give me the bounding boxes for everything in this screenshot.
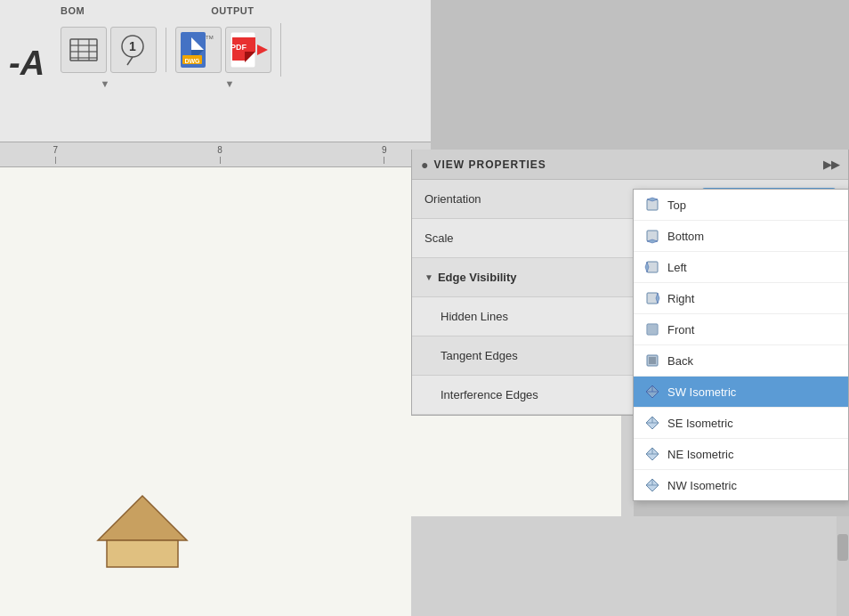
option-se-isometric[interactable]: SE Isometric [634, 408, 848, 439]
bom-balloon-icon: 1 [117, 33, 150, 67]
option-bottom-label: Bottom [667, 230, 704, 243]
bom-table-icon [68, 34, 100, 66]
option-sw-isometric[interactable]: SW Isometric [634, 377, 848, 408]
panel-scrollbar-thumb[interactable] [837, 534, 848, 561]
diamond-ne-icon [644, 446, 660, 462]
section-arrow-icon: ▼ [424, 272, 433, 282]
option-sw-isometric-label: SW Isometric [667, 385, 736, 399]
svg-line-8 [127, 57, 133, 65]
option-top[interactable]: Top [634, 190, 848, 221]
cube-right-icon [644, 290, 660, 306]
ruler-tick-8: 8 [174, 145, 267, 164]
svg-marker-19 [257, 45, 268, 55]
option-ne-isometric[interactable]: NE Isometric [634, 439, 848, 470]
option-se-isometric-label: SE Isometric [667, 417, 733, 430]
option-nw-isometric-label: NW Isometric [667, 479, 737, 492]
diamond-se-icon [644, 415, 660, 431]
bom-section-label: BOM [61, 5, 85, 16]
vp-header-left: ● VIEW PROPERTIES [421, 158, 546, 172]
dwg-icon: DWG TM [179, 30, 218, 69]
cube-back-icon [644, 353, 660, 369]
diamond-sw-icon [644, 384, 660, 400]
option-left-label: Left [667, 261, 687, 274]
view-properties-header: ● VIEW PROPERTIES ▶▶ [412, 150, 848, 180]
svg-text:PDF: PDF [230, 43, 247, 52]
view-properties-title: VIEW PROPERTIES [433, 158, 546, 171]
bom-table-button[interactable] [61, 27, 107, 73]
toolbar: -A BOM OUTPUT [0, 0, 431, 142]
cube-front-icon [644, 321, 660, 337]
bom-balloon-button[interactable]: 1 [110, 27, 157, 73]
option-ne-isometric-label: NE Isometric [667, 448, 733, 461]
svg-text:TM: TM [206, 35, 214, 40]
export-pdf-button[interactable]: PDF [225, 27, 271, 73]
svg-rect-35 [648, 325, 657, 334]
toolbar-text-a: -A [9, 45, 44, 83]
svg-rect-37 [649, 357, 656, 364]
forward-button[interactable]: ▶▶ [823, 158, 839, 171]
option-back[interactable]: Back [634, 345, 848, 377]
collapse-icon[interactable]: ● [421, 158, 428, 172]
svg-rect-21 [107, 540, 178, 567]
option-right[interactable]: Right [634, 283, 848, 314]
output-section-label: OUTPUT [211, 5, 254, 16]
svg-marker-20 [98, 496, 187, 540]
option-bottom[interactable]: Bottom [634, 221, 848, 252]
option-left[interactable]: Left [634, 252, 848, 283]
option-back-label: Back [667, 354, 693, 368]
option-front-label: Front [667, 323, 694, 336]
cube-bottom-icon [644, 228, 660, 244]
pdf-icon: PDF [229, 30, 268, 69]
svg-text:1: 1 [129, 39, 136, 53]
cube-top-icon [644, 197, 660, 213]
option-right-label: Right [667, 292, 694, 305]
house-shape [89, 491, 196, 571]
svg-text:DWG: DWG [184, 58, 200, 64]
option-front[interactable]: Front [634, 314, 848, 345]
option-top-label: Top [667, 199, 686, 212]
lower-gray-area [411, 516, 849, 616]
cube-left-icon [644, 259, 660, 275]
option-nw-isometric[interactable]: NW Isometric [634, 470, 848, 500]
ruler: 7 8 9 [0, 142, 431, 167]
export-dwg-button[interactable]: DWG TM [175, 27, 222, 73]
panel-scrollbar-v[interactable] [837, 516, 849, 616]
diamond-nw-icon [644, 477, 660, 493]
ruler-tick-7: 7 [9, 145, 102, 164]
orientation-dropdown-menu: Top Bottom Left Right Front [633, 189, 849, 501]
